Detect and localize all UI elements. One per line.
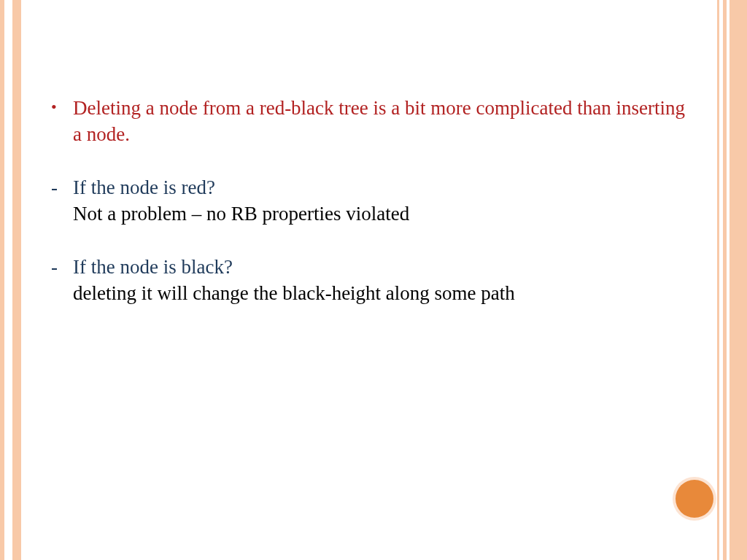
slide: • Deleting a node from a red-black tree …: [0, 0, 747, 560]
bullet-item: • Deleting a node from a red-black tree …: [51, 95, 686, 148]
slide-content: • Deleting a node from a red-black tree …: [51, 95, 686, 333]
bullet-marker-icon: •: [51, 95, 73, 148]
border-stripe: [717, 0, 719, 560]
answer-text: deleting it will change the black-height…: [73, 280, 686, 306]
question-text: If the node is black?: [73, 254, 686, 280]
dash-marker-icon: -: [51, 254, 73, 307]
border-stripe: [0, 0, 4, 560]
circle-decoration-icon: [676, 480, 713, 518]
question-text: If the node is red?: [73, 174, 686, 201]
border-stripe: [723, 0, 727, 560]
answer-text: Not a problem – no RB properties violate…: [73, 201, 686, 227]
dash-marker-icon: -: [51, 174, 73, 228]
bullet-text: Deleting a node from a red-black tree is…: [73, 97, 685, 145]
dash-item: - If the node is black? deleting it will…: [51, 254, 686, 307]
dash-item: - If the node is red? Not a problem – no…: [51, 174, 686, 228]
border-stripe: [729, 0, 747, 560]
border-stripe: [12, 0, 21, 560]
